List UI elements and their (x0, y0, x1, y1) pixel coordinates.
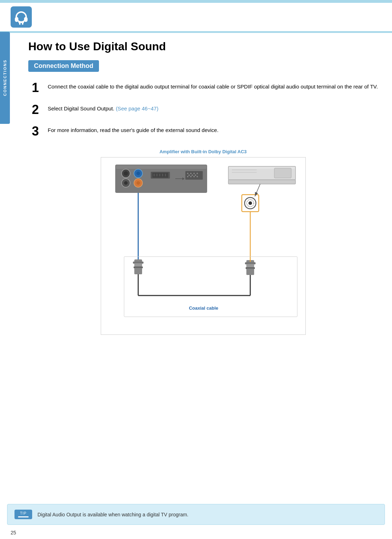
svg-rect-4 (19, 22, 21, 25)
svg-rect-2 (24, 17, 28, 22)
svg-point-32 (193, 176, 195, 177)
amplifier-label: Amplifier with Built-in Dolby Digital AC… (97, 149, 309, 154)
svg-point-35 (192, 174, 193, 176)
step-3: 3 For more information, read the user's … (32, 124, 378, 138)
logo-box (11, 6, 32, 28)
page-title: How to Use Digital Sound (28, 40, 378, 53)
tip-badge: TIP (14, 510, 32, 519)
svg-point-34 (188, 174, 190, 176)
steps-container: 1 Connect the coaxial cable to the digit… (32, 81, 378, 138)
svg-point-13 (124, 181, 128, 185)
step-2: 2 Select Digital Sound Output. (See page… (32, 103, 378, 117)
top-bar (0, 0, 392, 3)
svg-point-27 (190, 173, 192, 174)
svg-point-9 (124, 171, 128, 176)
step-3-number: 3 (32, 124, 48, 138)
svg-point-29 (197, 173, 198, 174)
svg-rect-17 (152, 173, 168, 178)
main-content: How to Use Digital Sound Connection Meth… (11, 33, 392, 352)
svg-point-11 (136, 172, 140, 175)
svg-rect-1 (15, 17, 18, 22)
connection-method-badge: Connection Method (28, 60, 99, 72)
svg-point-15 (136, 181, 140, 185)
sidebar-label: CONNECTIONS (3, 59, 7, 96)
svg-point-30 (187, 176, 188, 177)
connection-diagram: Coaxial cable (105, 161, 303, 331)
sidebar: CONNECTIONS (0, 32, 10, 124)
svg-point-36 (195, 174, 196, 176)
svg-rect-5 (22, 22, 23, 25)
diagram-area: Amplifier with Built-in Dolby Digital AC… (97, 149, 309, 335)
step-1-text: Connect the coaxial cable to the digital… (48, 81, 378, 91)
svg-rect-7 (116, 165, 206, 169)
step-1-number: 1 (32, 81, 48, 95)
svg-rect-42 (274, 168, 291, 178)
svg-rect-53 (134, 263, 142, 267)
svg-rect-61 (246, 264, 254, 268)
svg-point-28 (193, 173, 195, 174)
tip-text: Digital Audio Output is available when w… (37, 512, 188, 517)
svg-rect-63 (246, 269, 254, 275)
step-2-text: Select Digital Sound Output. (See page 4… (48, 103, 158, 113)
tip-box: TIP Digital Audio Output is available wh… (7, 504, 385, 525)
svg-point-26 (187, 173, 188, 174)
svg-rect-25 (185, 171, 203, 180)
svg-text:Coaxial cable: Coaxial cable (189, 305, 218, 311)
step-2-link[interactable]: (See page 46~47) (116, 105, 159, 111)
svg-point-45 (248, 201, 252, 205)
step-3-text: For more information, read the user's gu… (48, 124, 218, 134)
diagram-frame: Coaxial cable (101, 157, 306, 335)
svg-rect-39 (228, 180, 296, 184)
svg-point-31 (190, 176, 192, 177)
header (0, 3, 392, 32)
logo-icon (13, 8, 29, 25)
step-2-number: 2 (32, 103, 48, 117)
page-number: 25 (11, 530, 16, 535)
svg-rect-55 (134, 268, 142, 274)
svg-point-33 (197, 176, 198, 177)
step-1: 1 Connect the coaxial cable to the digit… (32, 81, 378, 95)
